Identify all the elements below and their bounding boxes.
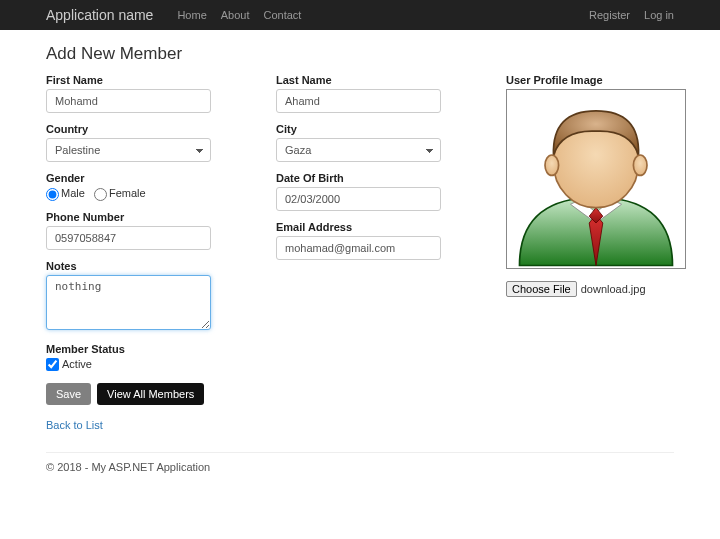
footer-text: © 2018 - My ASP.NET Application (46, 461, 674, 473)
group-email: Email Address (276, 221, 486, 260)
group-gender: Gender Male Female (46, 172, 256, 201)
status-row: Active (46, 358, 256, 372)
choose-file-button[interactable]: Choose File (506, 281, 577, 297)
label-email: Email Address (276, 221, 486, 233)
label-profile-image: User Profile Image (506, 74, 686, 86)
label-country: Country (46, 123, 256, 135)
active-checkbox[interactable] (46, 358, 59, 371)
svg-point-1 (545, 155, 559, 175)
label-notes: Notes (46, 260, 256, 272)
file-name-label: download.jpg (581, 283, 646, 295)
page-title: Add New Member (46, 44, 674, 64)
form-columns: First Name Country Palestine Gender Male… (46, 74, 674, 432)
col-right: User Profile Image (506, 74, 686, 432)
label-phone: Phone Number (46, 211, 256, 223)
navbar: Application name Home About Contact Regi… (0, 0, 720, 30)
gender-female-radio[interactable] (94, 188, 107, 201)
group-status: Member Status Active (46, 343, 256, 372)
label-gender: Gender (46, 172, 256, 184)
nav-login[interactable]: Log in (644, 9, 674, 21)
file-picker: Choose File download.jpg (506, 281, 686, 297)
main-container: Add New Member First Name Country Palest… (0, 30, 720, 493)
brand: Application name (46, 7, 153, 23)
navbar-right: Register Log in (589, 9, 674, 21)
active-label: Active (62, 358, 92, 370)
footer-divider (46, 452, 674, 453)
dob-input[interactable] (276, 187, 441, 211)
label-first-name: First Name (46, 74, 256, 86)
notes-textarea[interactable] (46, 275, 211, 330)
button-row: Save View All Members (46, 383, 256, 405)
phone-input[interactable] (46, 226, 211, 250)
label-last-name: Last Name (276, 74, 486, 86)
group-notes: Notes (46, 260, 256, 333)
avatar-icon (511, 93, 681, 268)
group-dob: Date Of Birth (276, 172, 486, 211)
label-status: Member Status (46, 343, 256, 355)
last-name-input[interactable] (276, 89, 441, 113)
nav-contact[interactable]: Contact (264, 9, 302, 21)
gender-male-label: Male (61, 187, 85, 199)
group-phone: Phone Number (46, 211, 256, 250)
label-city: City (276, 123, 486, 135)
group-first-name: First Name (46, 74, 256, 113)
col-middle: Last Name City Gaza Date Of Birth Email … (276, 74, 486, 432)
navbar-left: Application name Home About Contact (46, 7, 301, 23)
group-last-name: Last Name (276, 74, 486, 113)
gender-female-label: Female (109, 187, 146, 199)
nav-about[interactable]: About (221, 9, 250, 21)
back-to-list-link[interactable]: Back to List (46, 419, 103, 431)
nav-home[interactable]: Home (177, 9, 206, 21)
nav-register[interactable]: Register (589, 9, 630, 21)
gender-male-radio[interactable] (46, 188, 59, 201)
group-city: City Gaza (276, 123, 486, 162)
svg-point-2 (633, 155, 647, 175)
col-left: First Name Country Palestine Gender Male… (46, 74, 256, 432)
label-dob: Date Of Birth (276, 172, 486, 184)
gender-radios: Male Female (46, 187, 256, 201)
view-all-button[interactable]: View All Members (97, 383, 204, 405)
first-name-input[interactable] (46, 89, 211, 113)
profile-image-box (506, 89, 686, 269)
city-select[interactable]: Gaza (276, 138, 441, 162)
group-country: Country Palestine (46, 123, 256, 162)
country-select[interactable]: Palestine (46, 138, 211, 162)
save-button[interactable]: Save (46, 383, 91, 405)
email-input[interactable] (276, 236, 441, 260)
